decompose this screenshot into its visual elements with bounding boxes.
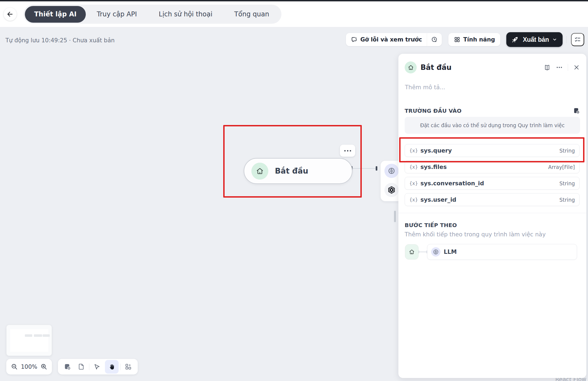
debug-preview-button[interactable]: Gỡ lỗi và xem trước (346, 33, 427, 46)
field-name: sys.conversation_id (421, 180, 560, 187)
features-label: Tính năng (463, 36, 495, 43)
debug-preview-label: Gỡ lỗi và xem trước (360, 36, 422, 43)
add-block-button[interactable] (61, 361, 74, 373)
next-step-title: BƯỚC TIẾP THEO (405, 222, 457, 228)
zoom-out-button[interactable] (11, 363, 18, 370)
docs-button[interactable] (543, 64, 551, 71)
field-row-sys-files[interactable]: {x} sys.files Array[File] (405, 160, 580, 173)
publish-button[interactable]: Xuất bản (506, 32, 563, 47)
variable-icon: {x} (409, 197, 418, 203)
arrow-left-icon (7, 11, 14, 18)
field-name: sys.files (421, 164, 548, 170)
more-options-button[interactable] (556, 64, 563, 71)
workflow-edge (352, 168, 377, 169)
mini-edge (419, 252, 427, 252)
editor-toolbar: Gỡ lỗi và xem trước Tính năng Xuất bản (346, 32, 584, 47)
add-input-field-button[interactable] (573, 107, 580, 114)
add-note-button[interactable] (75, 361, 87, 373)
divider (398, 213, 586, 213)
next-step-section-header: BƯỚC TIẾP THEO (405, 222, 580, 228)
panel-header-icons (543, 64, 580, 71)
version-history-button[interactable] (427, 33, 442, 46)
node-properties-panel: Bắt đầu Thêm mô tả... TRƯỜNG ĐẦU VÀO (398, 54, 586, 378)
scrollbar-thumb[interactable] (394, 211, 396, 222)
hand-tool-button[interactable] (105, 360, 119, 374)
field-row-sys-conversation-id[interactable]: {x} sys.conversation_id String (405, 177, 580, 190)
minimap-node-shape (34, 334, 42, 337)
field-type: String (559, 180, 575, 186)
field-name: sys.user_id (421, 197, 560, 203)
divider (566, 36, 567, 43)
pointer-tool-button[interactable] (91, 361, 103, 373)
canvas-tools (58, 359, 138, 374)
zoom-in-button[interactable] (40, 363, 48, 370)
brain-icon (433, 249, 439, 255)
variable-icon: {x} (409, 148, 418, 153)
node-more-button[interactable] (340, 145, 355, 157)
features-grid-icon (454, 36, 460, 43)
panel-title: Bắt đầu (421, 63, 543, 72)
llm-node-icon-circle (384, 164, 399, 178)
start-node[interactable]: Bắt đầu (244, 158, 352, 184)
field-row-sys-query[interactable]: {x} sys.query String (405, 144, 580, 157)
variable-icon: {x} (409, 164, 418, 170)
divider (89, 364, 89, 370)
field-name: sys.query (421, 147, 560, 154)
llm-block-label: LLM (444, 249, 457, 255)
input-fields-title: TRƯỜNG ĐẦU VÀO (405, 108, 461, 114)
next-step-subtitle: Thêm khối tiếp theo trong quy trình làm … (405, 231, 546, 238)
publish-label: Xuất bản (523, 36, 549, 43)
minimap-node-shape (43, 334, 50, 337)
field-type: Array[File] (548, 164, 575, 170)
tab-orchestrate[interactable]: Thiết lập AI (25, 6, 86, 23)
chevron-down-icon (552, 37, 557, 42)
main-tabs: Thiết lập AI Truy cập API Lịch sử hội th… (23, 5, 281, 24)
next-step-row: LLM (405, 244, 577, 260)
add-llm-block-button[interactable]: LLM (427, 244, 577, 260)
features-button[interactable]: Tính năng (448, 33, 500, 46)
zoom-level: 100% (21, 364, 37, 370)
llm-icon-circle (431, 247, 440, 257)
start-node-icon-circle (405, 61, 417, 73)
minimap-node-shape (25, 334, 32, 337)
variable-icon: {x} (409, 181, 418, 186)
home-icon (408, 249, 415, 255)
tab-conversation-logs[interactable]: Lịch sử hội thoại (148, 5, 223, 24)
tab-api-access[interactable]: Truy cập API (86, 5, 148, 24)
organize-blocks-button[interactable] (122, 361, 134, 373)
back-button[interactable] (4, 8, 17, 21)
field-type: String (559, 197, 575, 203)
home-icon (255, 167, 264, 175)
divider (568, 64, 568, 71)
checklist-button[interactable] (571, 33, 584, 46)
autosave-status: Tự động lưu 10:49:25 · Chưa xuất bản (5, 37, 115, 44)
mini-start-node (405, 244, 419, 260)
model-icon-circle (384, 183, 399, 197)
input-fields-hint: Đặt các đầu vào có thể sử dụng trong Quy… (405, 117, 580, 134)
node-description-input[interactable]: Thêm mô tả... (405, 84, 445, 91)
tab-overview[interactable]: Tổng quan (223, 5, 280, 24)
field-row-sys-user-id[interactable]: {x} sys.user_id String (405, 193, 580, 206)
minimap-viewport (10, 329, 48, 352)
debug-preview-icon (351, 36, 358, 43)
edge-target-handle[interactable] (376, 166, 377, 171)
brain-icon (387, 167, 396, 175)
panel-header: Bắt đầu (405, 61, 580, 74)
version-history-icon (431, 36, 438, 43)
start-node-icon-circle (251, 163, 268, 180)
rocket-icon (511, 35, 519, 44)
minimap[interactable] (6, 325, 52, 356)
home-icon (407, 64, 414, 71)
input-fields-section-header: TRƯỜNG ĐẦU VÀO (405, 107, 580, 114)
window-top-strip (0, 0, 588, 1)
input-fields-hint-text: Đặt các đầu vào có thể sử dụng trong Quy… (420, 122, 565, 128)
openai-logo-icon (387, 185, 396, 195)
divider (120, 364, 120, 370)
close-panel-button[interactable] (573, 64, 580, 71)
field-type: String (559, 148, 575, 154)
app-header: Thiết lập AI Truy cập API Lịch sử hội th… (0, 1, 588, 27)
debug-preview-group: Gỡ lỗi và xem trước (346, 33, 442, 46)
checklist-icon (574, 36, 581, 43)
workflow-editor: Thiết lập AI Truy cập API Lịch sử hội th… (0, 0, 588, 381)
start-node-label: Bắt đầu (275, 166, 308, 175)
